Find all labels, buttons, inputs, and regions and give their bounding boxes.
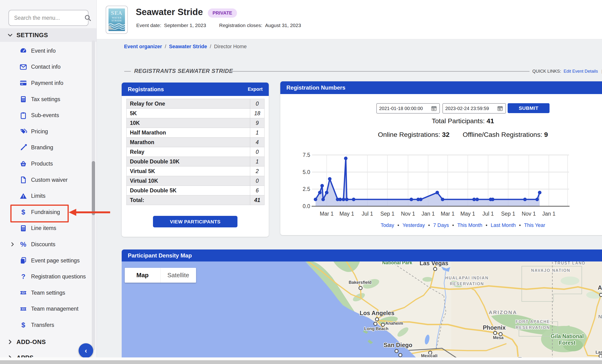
row-value: 9 — [250, 118, 264, 128]
online-offline-registrations: Online Registrations: 32 Offline/Cash Re… — [280, 131, 602, 138]
range-link-last-month[interactable]: Last Month — [491, 222, 516, 228]
table-row: 10K 9 — [127, 118, 264, 128]
section-label: SETTINGS — [16, 31, 48, 39]
sidebar-item-event-page-settings[interactable]: Event page settings — [0, 252, 97, 269]
private-badge: PRIVATE — [208, 9, 237, 18]
city-marker — [599, 293, 602, 297]
sidebar-item-payment-info[interactable]: Payment info — [0, 75, 97, 91]
sidebar-menu: Event infoContact infoPayment infoTax se… — [0, 43, 97, 333]
map-type-control: Map Satellite — [125, 268, 196, 283]
city-marker — [374, 322, 377, 325]
online-registrations-value: 32 — [442, 131, 450, 138]
svg-text:2.5: 2.5 — [303, 186, 310, 192]
sidebar-item-contact-info[interactable]: Contact info — [0, 59, 97, 75]
city-marker — [359, 286, 362, 290]
breadcrumb-seawater-stride[interactable]: Seawater Stride — [169, 44, 207, 49]
dollar-icon: $ — [19, 321, 27, 329]
date-from-input[interactable] — [377, 105, 431, 112]
map-button[interactable]: Map — [125, 268, 161, 283]
svg-text:May 1: May 1 — [460, 211, 475, 217]
svg-text:May 1: May 1 — [339, 211, 354, 217]
quick-links: QUICK LINKS: Edit Event Details |Co — [532, 69, 602, 74]
svg-text:Jan 1: Jan 1 — [421, 211, 435, 217]
satellite-button[interactable]: Satellite — [161, 268, 196, 283]
sidebar-item-branding[interactable]: Branding — [0, 140, 97, 156]
event-date-value: September 1, 2023 — [164, 22, 206, 28]
row-label: Half Marathon — [127, 128, 250, 137]
sidebar-item-limits[interactable]: Limits — [0, 188, 97, 204]
table-row: Marathon 4 — [127, 137, 264, 147]
map-label: Mesa — [493, 335, 504, 340]
sidebar-item-label: Registration questions — [31, 273, 86, 280]
sidebar-section-settings[interactable]: SETTINGS — [0, 28, 97, 42]
range-link-7-days[interactable]: 7 Days — [433, 222, 449, 228]
menu-search-box[interactable] — [9, 10, 88, 26]
sidebar-item-transfers[interactable]: $Transfers — [0, 317, 97, 333]
bullet-separator: • — [425, 222, 433, 228]
sidebar-item-team-settings[interactable]: Team settings — [0, 285, 97, 301]
date-from-field[interactable] — [376, 103, 440, 114]
edit-event-details-link[interactable]: Edit Event Details — [564, 69, 598, 73]
sidebar-item-registration-questions[interactable]: ?Registration questions — [0, 269, 97, 285]
legend-rule — [124, 71, 131, 72]
city-marker — [375, 318, 379, 321]
row-value: 0 — [250, 99, 264, 108]
range-link-yesterday[interactable]: Yesterday — [402, 222, 425, 228]
breadcrumb-event-organizer[interactable]: Event organizer — [124, 44, 162, 49]
map-label: Phoenix — [483, 324, 505, 331]
sidebar-item-label: Limits — [31, 193, 45, 199]
map-canvas[interactable]: Map Satellite — [122, 261, 602, 359]
sidebar-item-tax-settings[interactable]: Tax settings — [0, 91, 97, 107]
breadcrumb-director-home: Director Home — [214, 44, 247, 49]
sidebar-scrollbar-thumb[interactable] — [92, 161, 95, 215]
date-to-field[interactable] — [442, 103, 506, 114]
calendar-icon[interactable] — [431, 105, 437, 112]
event-header: SEA WATER STRIDE Seawater Stride PRIVATE… — [97, 0, 602, 39]
registrations-card: Registrations Export Relay for One 05K 1… — [122, 83, 269, 237]
sidebar-collapse-button[interactable]: ‹ — [79, 343, 93, 358]
sidebar-item-custom-waiver[interactable]: Custom waiver — [0, 172, 97, 188]
file-icon — [19, 176, 27, 184]
sidebar-item-sub-events[interactable]: Sub-events — [0, 107, 97, 124]
event-date-label: Event date: — [136, 22, 161, 28]
section-legend: REGISTRANTS SEAWATER STRIDE — [134, 68, 233, 74]
sidebar-item-label: Sub-events — [31, 112, 59, 118]
sidebar-item-label: Line items — [31, 225, 56, 231]
range-link-this-year[interactable]: This Year — [524, 222, 545, 228]
row-label: Marathon — [127, 137, 250, 147]
sidebar-item-label: Fundraising — [31, 209, 60, 215]
row-label: Total: — [127, 195, 250, 205]
sidebar-item-label: Contact info — [31, 64, 61, 70]
section-label: ADD-ONS — [16, 338, 46, 346]
search-input[interactable] — [9, 15, 84, 21]
calendar-icon[interactable] — [497, 105, 503, 112]
sidebar-item-label: Team management — [31, 306, 78, 312]
city-marker — [399, 354, 402, 357]
export-button[interactable]: Export — [248, 86, 263, 92]
view-participants-button[interactable]: VIEW PARTICIPANTS — [153, 216, 237, 227]
tags-icon — [19, 127, 27, 135]
sidebar-item-discounts[interactable]: %Discounts — [0, 236, 97, 252]
map-label: Albuquerque — [598, 284, 602, 291]
reg-close-label: Registration closes: — [219, 22, 262, 28]
offline-registrations-value: 9 — [544, 131, 548, 138]
registration-numbers-title: Registration Numbers — [286, 84, 345, 91]
clipboard-icon — [19, 112, 27, 119]
sidebar-item-pricing[interactable]: Pricing — [0, 124, 97, 140]
chevron-right-icon — [10, 241, 16, 247]
sidebar-item-event-info[interactable]: Event info — [0, 43, 97, 59]
submit-button[interactable]: SUBMIT — [508, 103, 549, 113]
sidebar-item-team-management[interactable]: Team management — [0, 301, 97, 317]
registrations-title: Registrations — [128, 86, 164, 93]
sidebar-item-products[interactable]: Products — [0, 156, 97, 172]
logo-line: STRIDE — [112, 19, 122, 22]
svg-text:Jul 1: Jul 1 — [362, 211, 373, 217]
participant-density-map-card: Participant Density Map Map Satellite — [122, 250, 602, 359]
basket-icon — [19, 160, 27, 168]
date-to-input[interactable] — [443, 105, 497, 112]
row-value: 0 — [250, 176, 264, 186]
range-link-today[interactable]: Today — [381, 222, 394, 228]
range-link-this-month[interactable]: This Month — [457, 222, 482, 228]
sidebar-item-line-items[interactable]: Line items — [0, 220, 97, 237]
map-card-header: Participant Density Map — [122, 250, 602, 261]
